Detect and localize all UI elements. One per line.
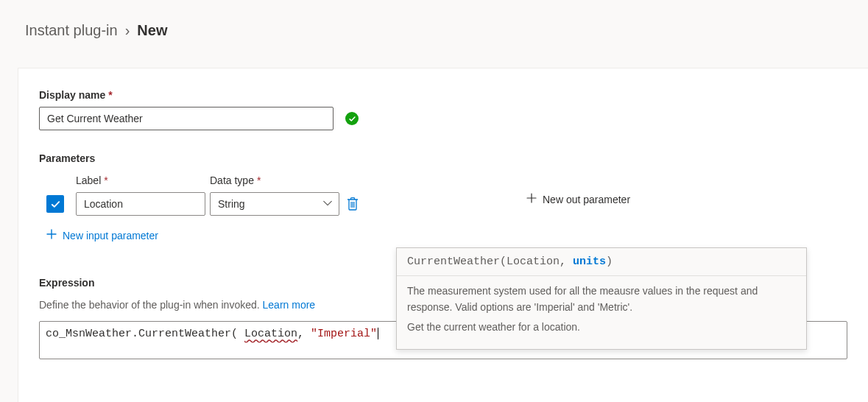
display-name-input[interactable] — [39, 107, 334, 130]
parameters-header: Parameters — [39, 152, 847, 164]
display-name-label: Display name* — [39, 89, 847, 101]
main-panel: Display name* Parameters Label* Data typ… — [18, 68, 868, 402]
breadcrumb-parent[interactable]: Instant plug-in — [25, 22, 118, 39]
tooltip-signature: CurrentWeather(Location, units) — [397, 248, 806, 276]
breadcrumb-current: New — [137, 22, 167, 39]
plus-icon — [526, 193, 537, 205]
tooltip-line-2: Get the current weather for a location. — [407, 320, 796, 336]
checkmark-circle-icon — [345, 112, 359, 125]
tooltip-line-1: The measurement system used for all the … — [407, 283, 796, 315]
caret-icon — [378, 328, 378, 339]
parameter-row-checkbox[interactable] — [46, 195, 64, 213]
delete-parameter-button[interactable] — [344, 192, 361, 216]
parameter-datatype-dropdown[interactable]: String — [210, 192, 339, 216]
new-input-parameter-button[interactable]: New input parameter — [46, 226, 158, 244]
parameter-label-input[interactable]: Location — [76, 192, 205, 216]
plus-icon — [46, 229, 57, 241]
new-out-parameter-button[interactable]: New out parameter — [526, 190, 630, 208]
intellisense-tooltip: CurrentWeather(Location, units) The meas… — [396, 247, 807, 350]
chevron-right-icon: › — [125, 22, 130, 39]
learn-more-link[interactable]: Learn more — [263, 299, 316, 311]
breadcrumb: Instant plug-in › New — [0, 0, 868, 39]
param-column-datatype: Data type* — [210, 174, 339, 186]
chevron-down-icon — [322, 198, 333, 211]
parameter-row: Location String — [39, 192, 847, 216]
param-column-label: Label* — [76, 174, 205, 186]
required-asterisk: * — [108, 89, 112, 101]
